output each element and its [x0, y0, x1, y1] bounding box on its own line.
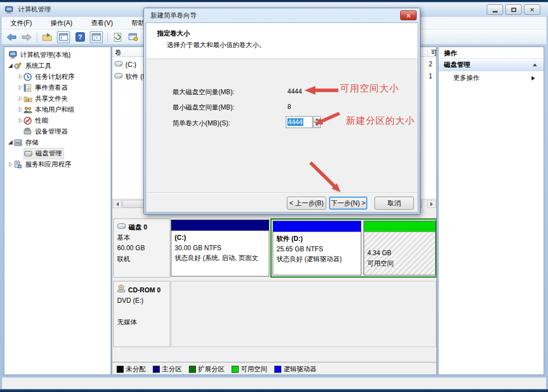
show-tree-folder-icon[interactable]	[42, 32, 53, 43]
tree-item-local-users-groups[interactable]: 本地用户和组	[17, 104, 76, 115]
device-manager-icon	[24, 128, 33, 135]
computer-icon	[9, 51, 19, 59]
menu-file[interactable]: 文件(F)	[8, 18, 34, 29]
tree-item-disk-management[interactable]: 磁盘管理	[17, 148, 64, 159]
console-pane-icon[interactable]	[57, 31, 70, 43]
back-button[interactable]: < 上一步(B)	[287, 197, 326, 210]
free-space-status: 可用空间	[367, 258, 432, 269]
legend-bar: 未分配 主分区 扩展分区 可用空间 逻辑驱动器	[112, 362, 436, 375]
free-space-block[interactable]: 4.34 GB 可用空间	[364, 221, 436, 275]
annotation-new-partition: 新建分区的大小	[346, 114, 415, 127]
tree-item-task-scheduler[interactable]: 任务计划程序	[17, 71, 76, 82]
tree-label: 本地用户和组	[33, 105, 76, 115]
forward-icon[interactable]	[21, 32, 32, 43]
tree-label: 计算机管理(本地)	[19, 50, 72, 60]
tree-label: 事件查看器	[33, 83, 70, 93]
cdrom-header[interactable]: CD-ROM 0 DVD (E:) 无媒体	[113, 281, 170, 347]
svg-text:?: ?	[78, 33, 82, 41]
dialog-heading: 指定卷大小	[157, 29, 190, 38]
disk0-type: 基本	[117, 233, 166, 243]
legend-swatch	[232, 366, 239, 373]
annotation-available-space: 可用空间大小	[340, 82, 399, 95]
tree-item-system-tools[interactable]: 系统工具	[7, 60, 53, 71]
dialog-title-bar[interactable]: 新建简单卷向导	[144, 8, 420, 22]
expander-collapsed-icon[interactable]	[17, 96, 24, 101]
expander-collapsed-icon[interactable]	[17, 74, 24, 79]
tree-label: 存储	[24, 137, 40, 148]
scroll-right-button[interactable]	[427, 200, 436, 208]
tree-item-storage[interactable]: 存储	[7, 137, 40, 148]
tree-label: 性能	[33, 116, 50, 126]
performance-icon	[24, 117, 33, 125]
partition-d-size: 25.65 GB NTFS	[276, 244, 357, 255]
console-tree-panel: 计算机管理(本地) 系统工具 任务计划程序 事件查看器 共享文件夹 本地用户和组	[4, 47, 111, 375]
spin-down-button[interactable]	[313, 122, 321, 128]
arrow-up-icon	[315, 117, 319, 120]
submenu-arrow-icon	[532, 76, 537, 80]
collapse-up-icon[interactable]	[533, 61, 537, 66]
event-log-icon	[24, 84, 33, 92]
maximize-button[interactable]	[505, 4, 522, 15]
tree-item-device-manager[interactable]: 设备管理器	[17, 126, 70, 137]
dialog-title: 新建简单卷向导	[151, 11, 197, 20]
tree-item-services-applications[interactable]: 服务和应用程序	[7, 159, 73, 170]
console-window-icon[interactable]	[128, 32, 139, 43]
window-frame-bottom	[0, 389, 548, 392]
back-icon[interactable]	[6, 32, 17, 43]
expander-expanded-icon[interactable]	[7, 64, 14, 68]
next-button[interactable]: 下一步(N) >	[329, 197, 367, 210]
selected-text: 4444	[287, 118, 303, 126]
partition-d-name: 软件 (D:)	[276, 234, 357, 244]
tree-item-performance[interactable]: 性能	[17, 115, 50, 126]
disk0-header[interactable]: 磁盘 0 基本 60.00 GB 联机	[113, 218, 170, 278]
tree-item-computer-management[interactable]: 计算机管理(本地)	[9, 49, 72, 60]
arrow-left-icon	[114, 202, 119, 206]
console-pane-right-icon[interactable]	[90, 31, 103, 43]
close-icon: ×	[406, 12, 411, 19]
volume-label: (C:)	[125, 61, 136, 68]
partition-c-name: (C:)	[175, 233, 266, 243]
spin-up-button[interactable]	[313, 116, 321, 122]
help-icon[interactable]: ?	[74, 32, 85, 43]
minimize-icon	[493, 11, 498, 13]
legend-swatch	[117, 366, 124, 373]
volume-size-label: 简单卷大小(MB)(S):	[172, 119, 230, 128]
arrow-down-icon	[315, 124, 319, 128]
column-header-free[interactable]: 可	[428, 47, 436, 57]
disk0-status: 联机	[117, 254, 166, 264]
legend-free-space: 可用空间	[232, 365, 267, 374]
close-button[interactable]: ×	[524, 4, 540, 15]
volume-size-input[interactable]: 4444	[286, 116, 313, 128]
partition-d[interactable]: 软件 (D:) 25.65 GB NTFS 状态良好 (逻辑驱动器)	[273, 221, 361, 275]
menu-view[interactable]: 查看(V)	[89, 18, 115, 29]
max-space-label: 最大磁盘空间量(MB):	[172, 88, 234, 97]
hard-disk-icon	[117, 222, 126, 233]
cancel-button[interactable]: 取消	[374, 197, 414, 210]
menu-action[interactable]: 操作(A)	[48, 18, 74, 29]
tree-item-shared-folders[interactable]: 共享文件夹	[17, 93, 70, 104]
partition-c[interactable]: (C:) 30.00 GB NTFS 状态良好 (系统, 启动, 页面文	[171, 220, 269, 276]
expander-collapsed-icon[interactable]	[7, 162, 14, 167]
refresh-icon[interactable]	[112, 32, 123, 43]
more-actions-item[interactable]: 更多操作	[439, 71, 544, 85]
minimize-button[interactable]	[487, 4, 503, 15]
min-space-label: 最小磁盘空间量(MB):	[172, 103, 234, 112]
scroll-left-button[interactable]	[113, 200, 122, 208]
actions-group-disk-management[interactable]: 磁盘管理	[439, 59, 544, 71]
tree-label: 任务计划程序	[33, 72, 76, 82]
min-space-value: 8	[287, 103, 291, 111]
maximize-icon	[511, 8, 516, 12]
expander-collapsed-icon[interactable]	[17, 107, 24, 112]
expander-collapsed-icon[interactable]	[17, 118, 24, 123]
tree-item-event-viewer[interactable]: 事件查看器	[17, 82, 70, 93]
disk0-size: 60.00 GB	[117, 243, 166, 253]
tree-label: 磁盘管理	[34, 148, 64, 159]
dialog-subheading: 选择介于最大和最小值的卷大小。	[167, 41, 266, 50]
tree-label: 设备管理器	[33, 126, 70, 137]
expander-expanded-icon[interactable]	[7, 140, 14, 145]
volume-cell-fragment: 2	[429, 60, 436, 68]
partition-d-colorbar	[273, 221, 361, 232]
dialog-close-button[interactable]: ×	[400, 10, 417, 20]
expander-collapsed-icon[interactable]	[17, 85, 24, 90]
cdrom-status: 无媒体	[117, 317, 166, 327]
